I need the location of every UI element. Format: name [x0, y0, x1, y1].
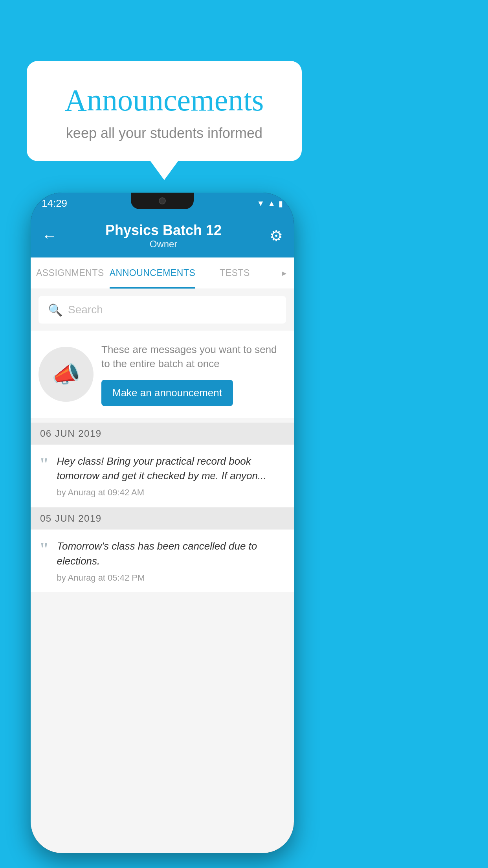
- announcement-msg-2: Tomorrow's class has been cancelled due …: [57, 539, 285, 568]
- app-bar-center: Physics Batch 12 Owner: [105, 222, 222, 250]
- search-bar[interactable]: 🔍 Search: [39, 296, 286, 324]
- search-icon: 🔍: [48, 303, 62, 317]
- back-button[interactable]: ←: [42, 227, 57, 245]
- promo-description: These are messages you want to send to t…: [101, 342, 286, 371]
- announcement-by-2: by Anurag at 05:42 PM: [57, 573, 285, 583]
- date-separator-jun6: 06 JUN 2019: [31, 423, 294, 445]
- announcement-promo: 📣 These are messages you want to send to…: [31, 331, 294, 418]
- announcements-subtitle: keep all your students informed: [50, 125, 278, 142]
- tab-announcements[interactable]: ANNOUNCEMENTS: [110, 257, 196, 289]
- make-announcement-button[interactable]: Make an announcement: [101, 380, 233, 406]
- settings-icon[interactable]: ⚙: [270, 227, 283, 245]
- announcement-text-1: Hey class! Bring your practical record b…: [57, 454, 285, 498]
- speech-bubble-wrapper: Announcements keep all your students inf…: [27, 61, 302, 161]
- phone-wrapper: 14:29 ▼ ▲ ▮ ← Physics Batch 12 Owner ⚙ A…: [31, 193, 294, 853]
- tab-more[interactable]: ▸: [274, 268, 294, 278]
- tabs-bar: ASSIGNMENTS ANNOUNCEMENTS TESTS ▸: [31, 257, 294, 289]
- app-bar: ← Physics Batch 12 Owner ⚙: [31, 214, 294, 257]
- speech-bubble: Announcements keep all your students inf…: [27, 61, 302, 161]
- megaphone-icon: 📣: [52, 361, 80, 388]
- camera-dot: [159, 197, 166, 204]
- announcement-msg-1: Hey class! Bring your practical record b…: [57, 454, 285, 484]
- promo-right: These are messages you want to send to t…: [101, 342, 286, 406]
- signal-icon: ▲: [268, 199, 275, 208]
- announcement-item-1[interactable]: " Hey class! Bring your practical record…: [31, 445, 294, 508]
- owner-label: Owner: [105, 239, 222, 250]
- search-placeholder: Search: [68, 303, 103, 316]
- promo-icon-circle: 📣: [39, 347, 94, 402]
- status-time: 14:29: [42, 197, 67, 210]
- phone-content: 🔍 Search 📣 These are messages you want t…: [31, 289, 294, 853]
- announcement-text-2: Tomorrow's class has been cancelled due …: [57, 539, 285, 583]
- phone-frame: 14:29 ▼ ▲ ▮ ← Physics Batch 12 Owner ⚙ A…: [31, 193, 294, 853]
- tab-assignments[interactable]: ASSIGNMENTS: [31, 257, 110, 289]
- tab-tests[interactable]: TESTS: [195, 257, 274, 289]
- date-separator-jun5: 05 JUN 2019: [31, 508, 294, 530]
- battery-icon: ▮: [279, 199, 283, 208]
- batch-title: Physics Batch 12: [105, 222, 222, 239]
- announcements-title: Announcements: [50, 83, 278, 118]
- announcement-by-1: by Anurag at 09:42 AM: [57, 487, 285, 498]
- quote-icon-1: ": [39, 456, 49, 473]
- notch: [131, 193, 194, 209]
- status-icons: ▼ ▲ ▮: [257, 199, 283, 208]
- quote-icon-2: ": [39, 541, 49, 558]
- announcement-item-2[interactable]: " Tomorrow's class has been cancelled du…: [31, 530, 294, 592]
- wifi-icon: ▼: [257, 199, 264, 208]
